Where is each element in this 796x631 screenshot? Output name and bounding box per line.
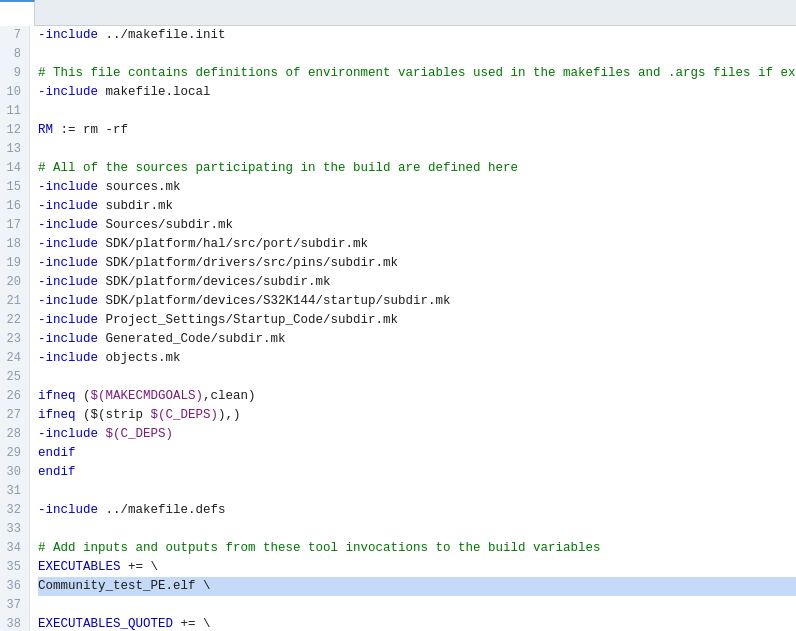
tab-makefile[interactable]: [0, 0, 35, 26]
code-line: endif: [38, 463, 796, 482]
code-line: ifneq ($(MAKECMDGOALS),clean): [38, 387, 796, 406]
code-line: # This file contains definitions of envi…: [38, 64, 796, 83]
code-line: -include SDK/platform/drivers/src/pins/s…: [38, 254, 796, 273]
line-number: 22: [4, 311, 21, 330]
code-line: [38, 368, 796, 387]
line-number: 31: [4, 482, 21, 501]
line-number: 16: [4, 197, 21, 216]
line-number: 7: [4, 26, 21, 45]
code-line: -include $(C_DEPS): [38, 425, 796, 444]
code-line: [38, 596, 796, 615]
line-number: 37: [4, 596, 21, 615]
editor-window: 7891011121314151617181920212223242526272…: [0, 0, 796, 631]
code-line: # Add inputs and outputs from these tool…: [38, 539, 796, 558]
code-line: -include subdir.mk: [38, 197, 796, 216]
line-number: 32: [4, 501, 21, 520]
code-line: [38, 102, 796, 121]
editor-container: 7891011121314151617181920212223242526272…: [0, 26, 796, 631]
code-line: ifneq ($(strip $(C_DEPS)),): [38, 406, 796, 425]
line-number: 38: [4, 615, 21, 631]
code-area[interactable]: -include ../makefile.init # This file co…: [30, 26, 796, 631]
code-line: RM := rm -rf: [38, 121, 796, 140]
tab-bar: [0, 0, 796, 26]
code-line: -include makefile.local: [38, 83, 796, 102]
line-number: 13: [4, 140, 21, 159]
line-number: 34: [4, 539, 21, 558]
line-number: 8: [4, 45, 21, 64]
code-line: [38, 45, 796, 64]
code-line: -include objects.mk: [38, 349, 796, 368]
line-number: 28: [4, 425, 21, 444]
code-line: -include ../makefile.init: [38, 26, 796, 45]
line-number: 35: [4, 558, 21, 577]
code-line: -include ../makefile.defs: [38, 501, 796, 520]
line-number: 14: [4, 159, 21, 178]
line-number: 25: [4, 368, 21, 387]
line-number: 21: [4, 292, 21, 311]
tab-close-icon[interactable]: [12, 7, 26, 21]
code-line: -include SDK/platform/devices/S32K144/st…: [38, 292, 796, 311]
code-line: endif: [38, 444, 796, 463]
line-numbers: 7891011121314151617181920212223242526272…: [0, 26, 30, 631]
line-number: 20: [4, 273, 21, 292]
code-line: -include sources.mk: [38, 178, 796, 197]
line-number: 36: [4, 577, 21, 596]
line-number: 23: [4, 330, 21, 349]
line-number: 10: [4, 83, 21, 102]
line-number: 30: [4, 463, 21, 482]
line-number: 18: [4, 235, 21, 254]
code-line: [38, 520, 796, 539]
line-number: 26: [4, 387, 21, 406]
code-line: -include SDK/platform/hal/src/port/subdi…: [38, 235, 796, 254]
line-number: 9: [4, 64, 21, 83]
code-line: -include SDK/platform/devices/subdir.mk: [38, 273, 796, 292]
line-number: 24: [4, 349, 21, 368]
line-number: 19: [4, 254, 21, 273]
code-line: EXECUTABLES += \: [38, 558, 796, 577]
line-number: 17: [4, 216, 21, 235]
line-number: 15: [4, 178, 21, 197]
code-line: Community_test_PE.elf \: [38, 577, 796, 596]
code-line: -include Project_Settings/Startup_Code/s…: [38, 311, 796, 330]
line-number: 33: [4, 520, 21, 539]
code-line: # All of the sources participating in th…: [38, 159, 796, 178]
code-line: [38, 140, 796, 159]
code-line: EXECUTABLES_QUOTED += \: [38, 615, 796, 631]
line-number: 27: [4, 406, 21, 425]
line-number: 11: [4, 102, 21, 121]
code-line: [38, 482, 796, 501]
code-line: -include Sources/subdir.mk: [38, 216, 796, 235]
line-number: 29: [4, 444, 21, 463]
line-number: 12: [4, 121, 21, 140]
code-line: -include Generated_Code/subdir.mk: [38, 330, 796, 349]
